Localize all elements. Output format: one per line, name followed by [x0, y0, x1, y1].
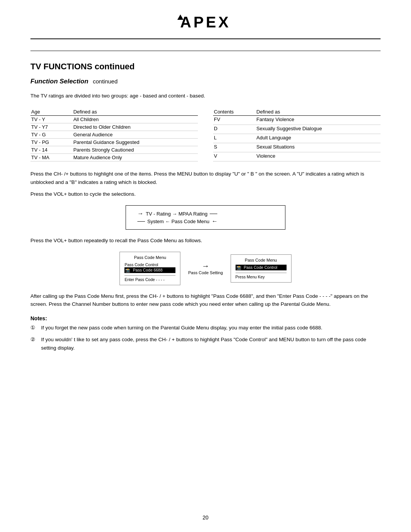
cycle-diagram-box: → TV - Rating → MPAA Rating System ← Pas… — [126, 205, 285, 230]
age-description: Parents Strongly Cautioned — [73, 146, 198, 154]
page-number: 20 — [202, 514, 209, 521]
note-number: ② — [30, 335, 38, 352]
table-row: TV - YAll Children — [30, 116, 198, 123]
content-code: FV — [213, 116, 256, 125]
age-code: TV - Y — [30, 116, 73, 123]
age-description: Directed to Older Children — [73, 123, 198, 131]
table-row: SSexual Situations — [213, 143, 381, 152]
age-code: TV - G — [30, 131, 73, 139]
table-row: TV - Y7Directed to Older Children — [30, 123, 198, 131]
menu-right-item1: 📸 Pass Code Control — [236, 265, 287, 270]
age-code: TV - PG — [30, 139, 73, 146]
arrow-between-icon: → — [202, 262, 209, 270]
arrow-between-container: → Pass Code Setting — [188, 262, 223, 275]
arrow-label: Pass Code Setting — [188, 270, 223, 275]
menu-box-left: Pass Code Menu Pass Code Control 📸 Pass … — [119, 252, 180, 285]
menu-left-item1: Pass Code Control — [124, 262, 175, 267]
content-description: Sexual Situations — [256, 143, 381, 152]
note-text: If you forget the new pass code when tur… — [41, 324, 322, 332]
table-row: FVFantasy Violence — [213, 116, 381, 125]
menu-right-title: Pass Code Menu — [236, 258, 287, 262]
arrow-left-icon: ← — [212, 218, 218, 225]
body-text-2: Press the VOL+ button to cycle the selec… — [30, 190, 381, 198]
age-col-header: Age — [30, 108, 73, 116]
after-text-1: After calling up the Pass Code Menu firs… — [30, 292, 381, 308]
highlight-icon-r: 📸 — [236, 265, 241, 270]
table-row: TV - PGParental Guidance Suggested — [30, 139, 198, 146]
section-continued: continued — [93, 78, 118, 85]
cycle-row-2: System ← Pass Code Menu ← — [137, 218, 277, 225]
cycle-diagram: → TV - Rating → MPAA Rating System ← Pas… — [126, 205, 285, 230]
content-code: V — [213, 152, 256, 161]
menu-left-bottom: Enter Pass Code - - - - — [124, 275, 175, 282]
age-description: Parental Guidance Suggested — [73, 139, 198, 146]
age-description: Mature Audience Only — [73, 154, 198, 161]
section-title: Function Selection — [30, 78, 88, 85]
age-code: TV - Y7 — [30, 123, 73, 131]
tables-row: Age Defined as TV - YAll ChildrenTV - Y7… — [30, 108, 381, 161]
notes-section: Notes: ①If you forget the new pass code … — [30, 315, 381, 352]
cycle-line-1: TV - Rating → MPAA Rating — [146, 211, 207, 217]
content-description: Violence — [256, 152, 381, 161]
table-row: TV - 14Parents Strongly Cautioned — [30, 146, 198, 154]
menu-left-item2: 📸 Pass Code 6688 — [124, 267, 175, 273]
cycle-line-2: System ← Pass Code Menu — [147, 219, 209, 224]
content-code: D — [213, 125, 256, 134]
content-description: Adult Language — [256, 134, 381, 143]
table-row: TV - GGeneral Audience — [30, 131, 198, 139]
age-defined-header: Defined as — [73, 108, 198, 116]
menu-right-bottom: Press Menu Key — [236, 273, 287, 279]
menu-diagrams: Pass Code Menu Pass Code Control 📸 Pass … — [30, 252, 381, 285]
highlight-icon: 📸 — [125, 268, 130, 272]
body-text-1: Press the CH- /+ buttons to highlight on… — [30, 170, 381, 186]
contents-col-header: Contents — [213, 108, 256, 116]
svg-text:APEX: APEX — [180, 14, 231, 30]
note-item: ②If you wouldn' t like to set any pass c… — [30, 335, 381, 352]
age-description: All Children — [73, 116, 198, 123]
apex-logo-svg: APEX — [175, 11, 236, 30]
table-row: VViolence — [213, 152, 381, 161]
contents-defined-header: Defined as — [256, 108, 381, 116]
age-code: TV - MA — [30, 154, 73, 161]
cycle-row-1: → TV - Rating → MPAA Rating — [137, 210, 277, 217]
contents-table: Contents Defined as FVFantasy ViolenceDS… — [213, 108, 381, 161]
content-code: S — [213, 143, 256, 152]
menu-left-title: Pass Code Menu — [124, 255, 175, 260]
age-code: TV - 14 — [30, 146, 73, 154]
pass-menu-text: Press the VOL+ button repeatedly to reca… — [30, 236, 381, 245]
table-row: LAdult Language — [213, 134, 381, 143]
content-description: Sexually Suggestive Dialogue — [256, 125, 381, 134]
notes-title: Notes: — [30, 315, 381, 321]
notes-container: ①If you forget the new pass code when tu… — [30, 324, 381, 352]
page-title: TV FUNCTIONS continued — [30, 62, 381, 72]
content-description: Fantasy Violence — [256, 116, 381, 125]
note-number: ① — [30, 324, 38, 332]
section-header: Function Selection continued — [30, 78, 381, 85]
table-row: DSexually Suggestive Dialogue — [213, 125, 381, 134]
intro-text: The TV ratings are divided into two grou… — [30, 92, 381, 100]
line-decorator — [210, 214, 217, 214]
page: APEX TV FUNCTIONS continued Function Sel… — [0, 0, 411, 532]
page-header: APEX — [30, 11, 381, 39]
age-table: Age Defined as TV - YAll ChildrenTV - Y7… — [30, 108, 198, 161]
age-description: General Audience — [73, 131, 198, 139]
header-rule — [30, 51, 381, 51]
content-code: L — [213, 134, 256, 143]
note-text: If you wouldn' t like to set any pass co… — [41, 335, 381, 352]
arrow-right-icon: → — [137, 210, 143, 217]
line-decorator-2 — [137, 221, 145, 222]
menu-box-right: Pass Code Menu 📸 Pass Code Control Press… — [231, 254, 292, 283]
note-item: ①If you forget the new pass code when tu… — [30, 324, 381, 332]
table-row: TV - MAMature Audience Only — [30, 154, 198, 161]
apex-logo: APEX — [30, 11, 381, 34]
